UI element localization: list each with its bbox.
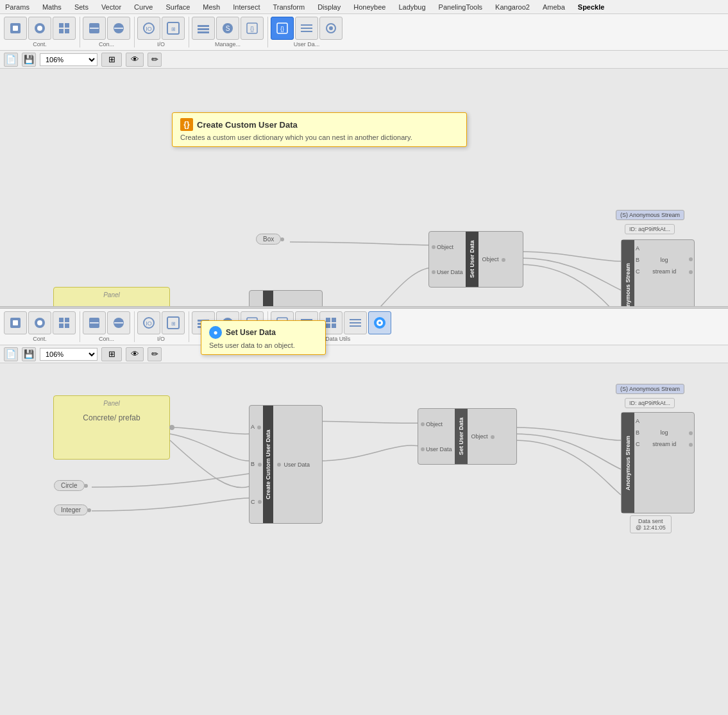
- svg-rect-58: [326, 318, 330, 322]
- toolbar-btn-g2-1[interactable]: [83, 17, 106, 40]
- panel-node-2[interactable]: Panel Concrete/ prefab: [53, 395, 170, 460]
- create-node-label-2: Create Custom User Data: [263, 406, 273, 523]
- panel-text-1: Concrete/ prefab: [59, 305, 164, 306]
- toolbar-btn-io-1[interactable]: IO: [137, 17, 160, 40]
- toolbar2-btn-cont-1[interactable]: [4, 311, 27, 334]
- svg-rect-37: [65, 323, 69, 328]
- save-btn-1[interactable]: 💾: [22, 53, 36, 67]
- toolbar-btn-userdata-1[interactable]: {}: [271, 17, 294, 40]
- svg-rect-59: [332, 318, 336, 322]
- create-node-ports-out-2: User Data: [273, 406, 314, 523]
- svg-rect-62: [350, 319, 361, 320]
- svg-rect-25: [301, 24, 312, 26]
- menu-intersect[interactable]: Intersect: [230, 3, 262, 11]
- menu-maths[interactable]: Maths: [40, 3, 64, 11]
- tooltip-set-userdata: ● Set User Data Sets user data to an obj…: [201, 320, 326, 355]
- menu-ladybug[interactable]: Ladybug: [396, 3, 428, 11]
- toolbar-btn-cont-1[interactable]: [4, 17, 27, 40]
- fit-btn-1[interactable]: ⊞: [101, 53, 122, 67]
- svg-rect-17: [198, 28, 209, 30]
- toolbar2-btn-g2-1[interactable]: [83, 311, 106, 334]
- menu-kangaroo2[interactable]: Kangaroo2: [493, 3, 532, 11]
- new-file-btn-2[interactable]: 📄: [4, 347, 18, 361]
- menu-params[interactable]: Params: [3, 3, 32, 11]
- toolbar2-btn-g2-2[interactable]: [107, 311, 130, 334]
- zoom-select-1[interactable]: 106%: [40, 53, 97, 66]
- svg-rect-7: [65, 29, 69, 33]
- toolbar-btn-mgmt-2[interactable]: S: [216, 17, 239, 40]
- menu-sets[interactable]: Sets: [72, 3, 91, 11]
- toolbar-btn-userdata-3[interactable]: [319, 17, 343, 40]
- svg-rect-31: [13, 320, 18, 325]
- menu-ameba[interactable]: Ameba: [540, 3, 568, 11]
- canvas-bottom: Panel Concrete/ prefab Box Circle Intege…: [0, 363, 728, 614]
- toolbar-btn-mgmt-3[interactable]: {}: [241, 17, 264, 40]
- toolbar2-btn-ud-5[interactable]: [368, 311, 391, 334]
- view-btn-1[interactable]: 👁: [126, 53, 144, 67]
- tooltip-title-text-1: Create Custom User Data: [197, 120, 298, 130]
- toolbar-btn-mgmt-1[interactable]: [192, 17, 215, 40]
- toolbar-top: Cont. Con... IO ⊞ I/O: [0, 14, 728, 51]
- toolbar2-btn-cont-2[interactable]: [28, 311, 51, 334]
- toolbar-btn-cont-3[interactable]: [53, 17, 76, 40]
- set-user-data-node-1[interactable]: Object User Data Set User Data Object: [428, 231, 523, 288]
- toolbar2-btn-io-1[interactable]: IO: [137, 311, 160, 334]
- save-btn-2[interactable]: 💾: [22, 347, 36, 361]
- menu-vector[interactable]: Vector: [99, 3, 124, 11]
- edit-btn-2[interactable]: ✏: [148, 347, 162, 361]
- zoom-select-2[interactable]: 106%: [40, 348, 97, 361]
- circle-node-2[interactable]: Circle: [54, 480, 85, 491]
- set-node-out-2: Object: [468, 409, 499, 464]
- edit-btn-1[interactable]: ✏: [148, 53, 162, 67]
- menu-curve[interactable]: Curve: [131, 3, 155, 11]
- create-custom-node-1[interactable]: A B C Create Custom User Data User Data: [249, 290, 323, 306]
- set-user-data-node-2[interactable]: Object User Data Set User Data Object: [418, 408, 517, 465]
- box-node-1[interactable]: Box: [256, 234, 281, 245]
- toolbar-btn-userdata-2[interactable]: [295, 17, 318, 40]
- anon-stream-vert-label-2: Anonymous Stream: [622, 413, 634, 513]
- toolbar-btn-g2-2[interactable]: [107, 17, 130, 40]
- tooltip-title-text-2: Set User Data: [226, 328, 276, 337]
- toolbar-group-label-io: I/O: [157, 41, 165, 47]
- toolbar-group-label-con: Con...: [99, 41, 114, 47]
- menu-display[interactable]: Display: [315, 3, 343, 11]
- svg-point-3: [37, 26, 42, 31]
- tooltip-icon-1: {}: [180, 118, 193, 131]
- toolbar2-btn-cont-3[interactable]: [53, 311, 76, 334]
- toolbar-btn-io-2[interactable]: ⊞: [162, 17, 185, 40]
- menu-panelingtools[interactable]: PanelingTools: [436, 3, 486, 11]
- svg-rect-1: [13, 26, 18, 31]
- bottom-toolbar-2: 📄 💾 106% ⊞ 👁 ✏: [0, 345, 728, 363]
- panel-node-1[interactable]: Panel Concrete/ prefab: [53, 287, 170, 306]
- svg-rect-5: [65, 23, 69, 28]
- anon-stream-node-1[interactable]: Anonymous Stream A Blog Cstream id: [621, 239, 695, 306]
- create-node-ports-out-1: User Data: [273, 291, 314, 306]
- svg-text:IO: IO: [146, 26, 152, 32]
- toolbar2-group-cont: Cont.: [33, 336, 47, 342]
- integer-node-2[interactable]: Integer: [54, 504, 88, 515]
- toolbar-btn-cont-2[interactable]: [28, 17, 51, 40]
- svg-rect-26: [301, 28, 312, 29]
- set-node-label-1: Set User Data: [466, 232, 478, 287]
- menu-speckle[interactable]: Speckle: [575, 3, 607, 11]
- create-node-ports-in-1: A B C: [250, 291, 263, 306]
- panel-title-2: Panel: [59, 400, 164, 407]
- set-node-out-1: Object: [478, 232, 510, 287]
- anon-stream-node-2[interactable]: Anonymous Stream A Blog Cstream id: [621, 412, 695, 513]
- view-btn-2[interactable]: 👁: [126, 347, 144, 361]
- new-file-btn-1[interactable]: 📄: [4, 53, 18, 67]
- fit-btn-2[interactable]: ⊞: [101, 347, 122, 361]
- menu-honeybee[interactable]: Honeybee: [351, 3, 388, 11]
- svg-rect-64: [350, 325, 361, 327]
- create-custom-node-2[interactable]: A B C Create Custom User Data User Data: [249, 405, 323, 524]
- svg-rect-36: [59, 323, 63, 328]
- svg-rect-18: [198, 31, 209, 33]
- tooltip-icon-2: ●: [209, 326, 222, 339]
- menu-mesh[interactable]: Mesh: [200, 3, 223, 11]
- toolbar2-btn-io-2[interactable]: ⊞: [162, 311, 185, 334]
- toolbar2-btn-ud-4[interactable]: [344, 311, 367, 334]
- menu-transform[interactable]: Transform: [270, 3, 307, 11]
- svg-rect-4: [59, 23, 63, 28]
- toolbar-group-label-userdata: User Da...: [294, 41, 320, 47]
- menu-surface[interactable]: Surface: [163, 3, 192, 11]
